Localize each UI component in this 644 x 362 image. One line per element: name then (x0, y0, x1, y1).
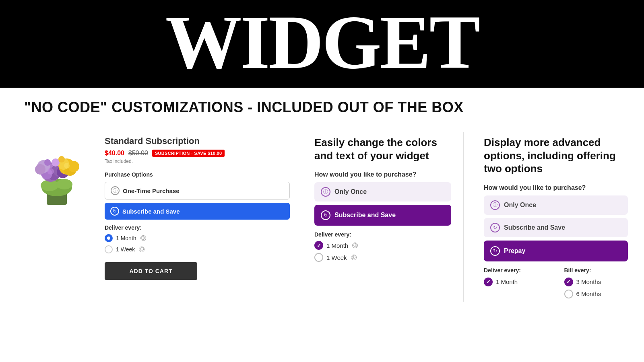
feature-panel: Easily change the colors and text of you… (314, 132, 451, 265)
panel2-question: How would you like to purchase? (314, 171, 451, 178)
panel2-month-info: ⓘ (352, 243, 358, 248)
panel2-deliver-section: Deliver every: 1 Month ⓘ 1 Week ⓘ (314, 231, 451, 262)
main-content: Standard Subscription $40.00 $50.00 SUBS… (0, 124, 644, 314)
bill-column: Bill every: 3 Months 6 Months (556, 267, 628, 302)
price-old: $50.00 (128, 150, 148, 157)
flower-illustration (19, 135, 94, 210)
panel2-week-info: ⓘ (351, 255, 357, 260)
svg-point-16 (35, 164, 45, 175)
panel2-once-label: Only Once (334, 188, 367, 195)
panel3-6months-label: 6 Months (576, 290, 601, 297)
feature-heading: Easily change the colors and text of you… (314, 136, 451, 162)
one-time-purchase-option[interactable]: ⓘ One-Time Purchase (105, 182, 290, 200)
panel3-prepay-option[interactable]: ↻ Prepay (484, 241, 628, 261)
subscribe-label: Subscribe and Save (122, 208, 180, 215)
panel3-3months-label: 3 Months (576, 278, 601, 285)
subtitle-text: "NO CODE" CUSTOMIZATIONS - INCLUDED OUT … (24, 99, 620, 116)
panel3-prepay-icon: ↻ (490, 246, 500, 256)
deliver-month-label: 1 Month (116, 235, 136, 241)
panel3-month-label: 1 Month (496, 278, 518, 285)
product-image (16, 132, 97, 212)
product-widget: Standard Subscription $40.00 $50.00 SUBS… (105, 132, 290, 280)
svg-point-19 (52, 158, 60, 167)
panel-divider-2 (463, 132, 464, 302)
svg-point-18 (64, 163, 70, 169)
deliver-week-info: ⓘ (139, 247, 144, 252)
panel3-deliver-label: Deliver every: (484, 267, 548, 274)
panel2-only-once-option[interactable]: ⓘ Only Once (314, 182, 451, 202)
purchase-options-label: Purchase Options (105, 171, 290, 178)
advanced-panel: Display more advanced options, including… (476, 132, 628, 302)
deliver-label: Deliver every: (105, 224, 290, 231)
tax-text: Tax included. (105, 158, 290, 164)
add-to-cart-button[interactable]: ADD TO CART (105, 262, 197, 280)
subscribe-icon: ↻ (110, 207, 119, 216)
deliver-month-radio[interactable] (105, 234, 113, 242)
price-row: $40.00 $50.00 SUBSCRIPTION - SAVE $10.00 (105, 150, 290, 157)
hero-section: WIDGET (0, 0, 644, 88)
panel2-deliver-label: Deliver every: (314, 231, 451, 238)
panel3-question: How would you like to purchase? (484, 184, 628, 191)
deliver-month-row[interactable]: 1 Month ⓘ (105, 234, 290, 242)
panel3-6months-radio[interactable] (564, 290, 573, 298)
subscribe-save-option[interactable]: ↻ Subscribe and Save (105, 203, 290, 220)
panel3-subscribe-option[interactable]: ↻ Subscribe and Save (484, 218, 628, 237)
panel3-3months-radio[interactable] (564, 278, 573, 286)
panel2-month-label: 1 Month (326, 242, 348, 249)
panel3-subscribe-label: Subscribe and Save (504, 224, 565, 231)
deliver-week-radio[interactable] (105, 245, 113, 253)
subscription-badge: SUBSCRIPTION - SAVE $10.00 (152, 150, 225, 157)
svg-point-4 (56, 179, 72, 189)
hero-title: WIDGET (0, 4, 644, 80)
panel3-month-row[interactable]: 1 Month (484, 278, 548, 286)
panel3-bill-label: Bill every: (564, 267, 628, 274)
product-title: Standard Subscription (105, 136, 290, 146)
deliver-month-info: ⓘ (140, 235, 146, 241)
panel2-week-label: 1 Week (326, 254, 347, 261)
panel2-month-row[interactable]: 1 Month ⓘ (314, 241, 451, 250)
panel-divider-1 (302, 132, 302, 302)
svg-point-21 (44, 159, 51, 166)
panel2-subscribe-option[interactable]: ↻ Subscribe and Save (314, 205, 451, 226)
panel3-once-option[interactable]: ⓘ Only Once (484, 195, 628, 215)
deliver-column: Deliver every: 1 Month (484, 267, 556, 302)
panel3-once-label: Only Once (504, 202, 536, 209)
panel2-subscribe-icon: ↻ (321, 210, 330, 220)
panel2-subscribe-label: Subscribe and Save (334, 212, 396, 219)
one-time-label: One-Time Purchase (123, 187, 180, 194)
one-time-icon: ⓘ (111, 186, 120, 195)
panel2-week-radio[interactable] (314, 253, 323, 262)
svg-point-20 (58, 156, 65, 162)
panel2-week-row[interactable]: 1 Week ⓘ (314, 253, 451, 262)
panel2-month-radio[interactable] (314, 241, 323, 250)
deliver-bill-section: Deliver every: 1 Month Bill every: 3 Mon… (484, 267, 628, 302)
deliver-week-row[interactable]: 1 Week ⓘ (105, 245, 290, 253)
deliver-week-label: 1 Week (116, 246, 135, 253)
panel3-6months-row[interactable]: 6 Months (564, 290, 628, 298)
panel2-once-icon: ⓘ (321, 187, 330, 197)
price-new: $40.00 (105, 150, 124, 157)
svg-point-14 (68, 161, 79, 172)
panel3-subscribe-icon: ↻ (490, 223, 500, 232)
panel3-once-icon: ⓘ (490, 200, 500, 210)
panel3-prepay-label: Prepay (504, 247, 525, 255)
product-panel: Standard Subscription $40.00 $50.00 SUBS… (16, 132, 290, 280)
svg-point-17 (47, 168, 54, 175)
panel3-month-radio[interactable] (484, 278, 493, 286)
advanced-heading: Display more advanced options, including… (484, 136, 628, 175)
panel3-3months-row[interactable]: 3 Months (564, 278, 628, 286)
subtitle-bar: "NO CODE" CUSTOMIZATIONS - INCLUDED OUT … (0, 88, 644, 124)
